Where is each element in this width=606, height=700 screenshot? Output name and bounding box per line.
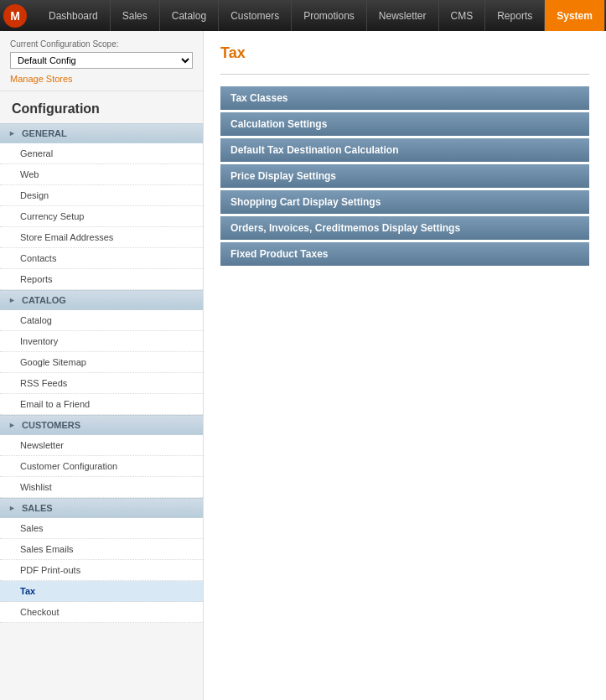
nav-item-cms[interactable]: CMS: [439, 0, 486, 31]
sidebar-item-design[interactable]: Design: [0, 185, 203, 206]
tax-section-calculation-settings[interactable]: Calculation Settings: [220, 112, 589, 136]
scope-label: Current Configuration Scope:: [10, 39, 193, 49]
scope-select-wrapper: Default Config: [10, 52, 193, 69]
logo-icon: M: [3, 4, 27, 28]
scope-section: Current Configuration Scope: Default Con…: [0, 31, 203, 91]
tax-section-fixed-product-taxes[interactable]: Fixed Product Taxes: [220, 242, 589, 266]
nav-item-sales[interactable]: Sales: [111, 0, 160, 31]
tax-section-orders-invoices-creditmemos[interactable]: Orders, Invoices, Creditmemos Display Se…: [220, 216, 589, 240]
sidebar-item-catalog[interactable]: Catalog: [0, 310, 203, 331]
sidebar-item-customer-configuration[interactable]: Customer Configuration: [0, 456, 203, 477]
sidebar-item-rss-feeds[interactable]: RSS Feeds: [0, 373, 203, 394]
scope-select[interactable]: Default Config: [10, 52, 193, 69]
tax-section-shopping-cart-display[interactable]: Shopping Cart Display Settings: [220, 190, 589, 214]
sidebar-item-sales-emails[interactable]: Sales Emails: [0, 539, 203, 560]
sidebar-groups: ►GENERALGeneralWebDesignCurrency SetupSt…: [0, 123, 203, 623]
main-layout: Current Configuration Scope: Default Con…: [0, 31, 606, 700]
nav-items: DashboardSalesCatalogCustomersPromotions…: [37, 0, 605, 31]
nav-item-reports[interactable]: Reports: [485, 0, 545, 31]
manage-stores-link[interactable]: Manage Stores: [10, 74, 193, 84]
arrow-icon: ►: [8, 296, 16, 304]
nav-item-catalog[interactable]: Catalog: [160, 0, 219, 31]
sidebar-item-sales[interactable]: Sales: [0, 518, 203, 539]
top-navigation: M DashboardSalesCatalogCustomersPromotio…: [0, 0, 606, 31]
nav-item-system[interactable]: System: [545, 0, 605, 31]
config-heading: Configuration: [0, 91, 203, 123]
tax-section-price-display-settings[interactable]: Price Display Settings: [220, 164, 589, 188]
sidebar-item-currency-setup[interactable]: Currency Setup: [0, 206, 203, 227]
sidebar-item-google-sitemap[interactable]: Google Sitemap: [0, 352, 203, 373]
tax-sections: Tax ClassesCalculation SettingsDefault T…: [220, 86, 589, 266]
sidebar-item-pdf-print-outs[interactable]: PDF Print-outs: [0, 560, 203, 581]
sidebar-item-wishlist[interactable]: Wishlist: [0, 477, 203, 498]
nav-item-promotions[interactable]: Promotions: [292, 0, 367, 31]
sidebar-item-email-to-friend[interactable]: Email to a Friend: [0, 394, 203, 415]
sidebar-item-inventory[interactable]: Inventory: [0, 331, 203, 352]
sidebar-group-general[interactable]: ►GENERAL: [0, 123, 203, 143]
sidebar-group-catalog[interactable]: ►CATALOG: [0, 290, 203, 310]
sidebar-item-tax[interactable]: Tax: [0, 581, 203, 602]
nav-item-customers[interactable]: Customers: [219, 0, 292, 31]
arrow-icon: ►: [8, 504, 16, 512]
tax-section-tax-classes[interactable]: Tax Classes: [220, 86, 589, 110]
sidebar-group-sales[interactable]: ►SALES: [0, 498, 203, 518]
nav-item-newsletter[interactable]: Newsletter: [367, 0, 439, 31]
sidebar-item-general[interactable]: General: [0, 143, 203, 164]
sidebar-item-checkout[interactable]: Checkout: [0, 602, 203, 623]
content-area: Tax Tax ClassesCalculation SettingsDefau…: [204, 31, 606, 700]
sidebar-item-reports[interactable]: Reports: [0, 269, 203, 290]
sidebar-item-contacts[interactable]: Contacts: [0, 248, 203, 269]
section-divider: [220, 74, 589, 75]
sidebar-item-newsletter[interactable]: Newsletter: [0, 435, 203, 456]
tax-section-default-tax-destination[interactable]: Default Tax Destination Calculation: [220, 138, 589, 162]
logo: M: [3, 4, 30, 28]
arrow-icon: ►: [8, 129, 16, 137]
sidebar-item-web[interactable]: Web: [0, 164, 203, 185]
sidebar: Current Configuration Scope: Default Con…: [0, 31, 204, 700]
page-title: Tax: [220, 44, 589, 62]
nav-item-dashboard[interactable]: Dashboard: [37, 0, 111, 31]
arrow-icon: ►: [8, 421, 16, 429]
sidebar-group-customers[interactable]: ►CUSTOMERS: [0, 415, 203, 435]
sidebar-item-store-email-addresses[interactable]: Store Email Addresses: [0, 227, 203, 248]
